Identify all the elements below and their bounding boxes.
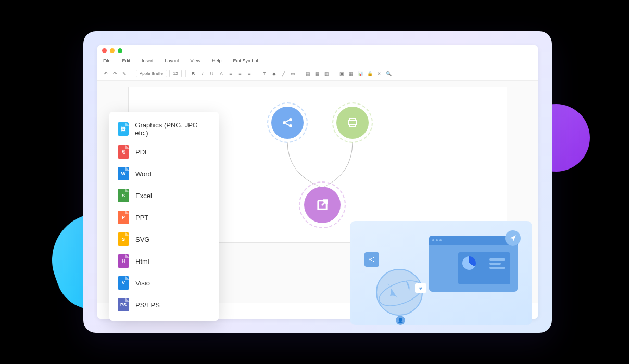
svg-point-2 [289, 124, 292, 127]
separator [257, 70, 257, 77]
share-icon [281, 116, 294, 129]
svg-point-3 [369, 259, 371, 261]
search-icon[interactable]: 🔍 [385, 70, 392, 77]
menu-file[interactable]: File [103, 58, 111, 63]
export-word[interactable]: W Word [109, 163, 219, 185]
ppt-file-icon: P [118, 211, 129, 224]
svg-point-4 [373, 257, 374, 258]
table-icon[interactable]: ▦ [347, 70, 355, 77]
close-dot[interactable] [102, 48, 107, 53]
separator [334, 70, 334, 77]
export-label: PS/EPS [135, 301, 160, 309]
underline-icon[interactable]: U [208, 70, 216, 77]
text-tool-icon[interactable]: T [261, 70, 268, 77]
word-file-icon: W [118, 167, 129, 180]
export-label: PDF [135, 148, 149, 156]
lock-icon[interactable]: 🔒 [366, 70, 373, 77]
pdf-file-icon: ⎘ [118, 145, 129, 159]
format-painter-icon[interactable]: ✎ [121, 70, 128, 77]
illus-pie-icon [462, 256, 476, 270]
share-illustration: ♥ 👤 [350, 221, 532, 325]
chart-icon[interactable]: 📊 [357, 70, 364, 77]
illus-send-icon [505, 230, 521, 246]
redo-icon[interactable]: ↷ [111, 70, 119, 77]
illus-dashboard-card [458, 252, 510, 284]
group-icon[interactable]: ▦ [313, 70, 321, 77]
export-html[interactable]: H Html [109, 250, 219, 272]
menu-help[interactable]: Help [212, 58, 222, 63]
export-graphics[interactable]: 🖼 Graphics (PNG, JPG etc.) [109, 117, 219, 141]
illus-browser-window [429, 236, 518, 292]
excel-file-icon: S [118, 189, 129, 202]
font-selector[interactable]: Apple Braille [136, 70, 167, 77]
separator [185, 70, 186, 77]
export-label: PPT [135, 214, 148, 222]
menu-insert[interactable]: Insert [142, 58, 154, 63]
print-node[interactable] [336, 107, 369, 139]
illus-share-icon [364, 252, 379, 267]
fill-icon[interactable]: ◆ [270, 70, 278, 77]
menubar: File Edit Insert Layout View Help Edit S… [97, 57, 538, 67]
image-file-icon: 🖼 [118, 122, 129, 136]
align-justify-icon[interactable]: ≡ [246, 70, 253, 77]
export-label: Html [135, 257, 149, 265]
html-file-icon: H [118, 254, 129, 268]
menu-edit-symbol[interactable]: Edit Symbol [233, 58, 258, 63]
toolbar: ↶ ↷ ✎ Apple Braille 12 B I U A ≡ ≡ ≡ T ◆… [97, 67, 538, 81]
export-label: Graphics (PNG, JPG etc.) [135, 121, 210, 137]
menu-view[interactable]: View [191, 58, 200, 63]
export-label: Visio [135, 279, 150, 287]
image-icon[interactable]: ▣ [338, 70, 345, 77]
export-ppt[interactable]: P PPT [109, 206, 219, 228]
bold-icon[interactable]: B [190, 70, 197, 77]
export-ps[interactable]: PS PS/EPS [109, 294, 219, 316]
illus-user-icon: 👤 [396, 316, 405, 325]
font-size-selector[interactable]: 12 [169, 70, 182, 77]
export-label: Word [135, 170, 152, 178]
svg-file-icon: S [118, 232, 129, 246]
undo-icon[interactable]: ↶ [102, 70, 109, 77]
shape-icon[interactable]: ▭ [289, 70, 296, 77]
separator [300, 70, 300, 77]
illus-chat-icon: ♥ [415, 283, 426, 293]
ps-file-icon: PS [118, 298, 129, 311]
italic-icon[interactable]: I [199, 70, 206, 77]
menu-layout[interactable]: Layout [165, 58, 179, 63]
export-excel[interactable]: S Excel [109, 185, 219, 206]
export-icon [315, 198, 330, 212]
line-icon[interactable]: ╱ [280, 70, 287, 77]
align-left-icon[interactable]: ≡ [227, 70, 234, 77]
svg-point-0 [283, 121, 286, 124]
svg-point-6 [377, 276, 424, 310]
window-titlebar [97, 45, 538, 57]
print-icon [346, 116, 359, 129]
export-label: SVG [135, 236, 149, 243]
export-node[interactable] [304, 187, 341, 223]
export-svg[interactable]: S SVG [109, 228, 219, 250]
align-center-icon[interactable]: ≡ [236, 70, 244, 77]
export-pdf[interactable]: ⎘ PDF [109, 141, 219, 163]
svg-point-1 [289, 118, 292, 121]
export-visio[interactable]: V Visio [109, 272, 219, 294]
settings-icon[interactable]: ✕ [375, 70, 383, 77]
minimize-dot[interactable] [110, 48, 115, 53]
separator [132, 70, 132, 77]
font-color-icon[interactable]: A [218, 70, 225, 77]
share-node[interactable] [271, 107, 304, 139]
align-tool-icon[interactable]: ▥ [323, 70, 330, 77]
svg-point-5 [373, 261, 374, 262]
export-label: Excel [135, 192, 152, 200]
export-menu: 🖼 Graphics (PNG, JPG etc.) ⎘ PDF W Word … [109, 112, 219, 321]
layer-icon[interactable]: ▤ [304, 70, 311, 77]
visio-file-icon: V [118, 276, 129, 290]
menu-edit[interactable]: Edit [122, 58, 131, 63]
maximize-dot[interactable] [118, 48, 122, 53]
